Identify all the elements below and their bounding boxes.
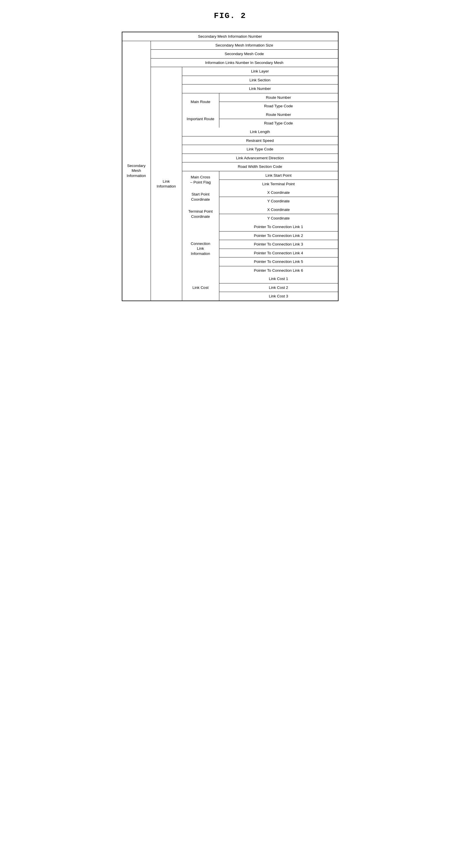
table-row: X Coordinate xyxy=(219,188,338,197)
table-row: Secondary Mesh Information Number xyxy=(122,32,338,41)
table-row: Link Advancement Direction xyxy=(182,154,338,163)
cell-start-y-coordinate: Y Coordinate xyxy=(219,197,338,206)
table-row: Link Start Point xyxy=(219,171,338,180)
table-row: Link Terminal Point xyxy=(219,180,338,188)
cell-link-cost: Link Cost xyxy=(182,275,219,301)
table-row: Pointer To Connection Link 2 xyxy=(219,231,338,240)
table-row: Y Coordinate xyxy=(219,197,338,206)
table-row: Restraint Speed xyxy=(182,136,338,145)
cell-important-route-road-type: Road Type Code xyxy=(219,119,338,128)
table-row: Road Type Code xyxy=(219,119,338,128)
cell-secondary-mesh-info-number: Secondary Mesh Information Number xyxy=(122,32,338,41)
table-row: Route Number xyxy=(219,93,338,102)
cell-link-length: Link Length xyxy=(182,128,338,136)
table-row: Link Cost 2 xyxy=(219,283,338,292)
table-row: Pointer To Connection Link 6 xyxy=(219,266,338,275)
cell-main-route-road-type: Road Type Code xyxy=(219,102,338,111)
cell-info-links-number: Information Links Number In Secondary Me… xyxy=(151,59,338,67)
table-row: Route Number xyxy=(219,111,338,119)
cell-start-x-coordinate: X Coordinate xyxy=(219,188,338,197)
table-row: Road Type Code xyxy=(219,102,338,111)
table-container: Secondary Mesh Information Number Second… xyxy=(122,32,338,301)
cell-terminal-x-coordinate: X Coordinate xyxy=(219,206,338,214)
table-row: Link Type Code xyxy=(182,145,338,154)
cell-secondary-mesh-code: Secondary Mesh Code xyxy=(151,50,338,58)
cell-link-section: Link Section xyxy=(182,76,338,85)
cell-road-width-section-code: Road Width Section Code xyxy=(182,162,338,171)
cell-main-route: Main Route xyxy=(182,93,219,111)
cell-connection-link-information: Connection Link Information xyxy=(182,223,219,275)
cell-connection-link-1: Pointer To Connection Link 1 xyxy=(219,223,338,231)
table-row: Pointer To Connection Link 5 xyxy=(219,257,338,266)
cell-link-cost-3: Link Cost 3 xyxy=(219,292,338,301)
cell-important-route: Important Route xyxy=(182,111,219,128)
table-row: Link Cost 3 xyxy=(219,292,338,301)
cell-secondary-mesh-info-size: Secondary Mesh Information Size xyxy=(151,41,338,50)
cell-connection-link-2: Pointer To Connection Link 2 xyxy=(219,231,338,240)
cell-connection-link-6: Pointer To Connection Link 6 xyxy=(219,266,338,275)
cell-link-cost-1: Link Cost 1 xyxy=(219,275,338,283)
table-row: Link Layer xyxy=(182,67,338,76)
cell-secondary-mesh-information: Secondary Mesh Information xyxy=(122,41,151,301)
table-row: Pointer To Connection Link 4 xyxy=(219,249,338,258)
cell-connection-link-3: Pointer To Connection Link 3 xyxy=(219,240,338,249)
table-row: Road Width Section Code xyxy=(182,162,338,171)
table-row: Pointer To Connection Link 1 xyxy=(219,223,338,231)
table-row: X Coordinate xyxy=(219,206,338,214)
cell-main-cross-point-flag: Main Cross – Point Flag xyxy=(182,171,219,188)
table-row: Information Links Number In Secondary Me… xyxy=(151,59,338,67)
cell-link-advancement-direction: Link Advancement Direction xyxy=(182,154,338,162)
cell-link-number: Link Number xyxy=(182,85,338,93)
table-row: Secondary Mesh Information Size xyxy=(151,41,338,50)
cell-restraint-speed: Restraint Speed xyxy=(182,136,338,145)
cell-link-start-point: Link Start Point xyxy=(219,171,338,180)
cell-connection-link-5: Pointer To Connection Link 5 xyxy=(219,257,338,266)
table-row: Link Section xyxy=(182,76,338,85)
table-row: Y Coordinate xyxy=(219,214,338,223)
table-row: Secondary Mesh Code xyxy=(151,50,338,59)
cell-link-type-code: Link Type Code xyxy=(182,145,338,154)
cell-link-layer: Link Layer xyxy=(182,67,338,75)
page-title: FIG. 2 xyxy=(214,11,246,20)
cell-connection-link-4: Pointer To Connection Link 4 xyxy=(219,249,338,257)
table-row: Link Cost 1 xyxy=(219,275,338,283)
cell-terminal-y-coordinate: Y Coordinate xyxy=(219,214,338,223)
table-row: Link Length xyxy=(182,128,338,136)
cell-important-route-number: Route Number xyxy=(219,111,338,119)
cell-link-terminal-point: Link Terminal Point xyxy=(219,180,338,188)
table-row: Pointer To Connection Link 3 xyxy=(219,240,338,249)
table-row: Link Number xyxy=(182,85,338,93)
cell-main-route-number: Route Number xyxy=(219,93,338,102)
cell-link-information: Link Information xyxy=(151,67,182,301)
cell-link-cost-2: Link Cost 2 xyxy=(219,283,338,292)
cell-start-point-coordinate: Start Point Coordinate xyxy=(182,188,219,206)
cell-terminal-point-coordinate: Terminal Point Coordinate xyxy=(182,206,219,223)
